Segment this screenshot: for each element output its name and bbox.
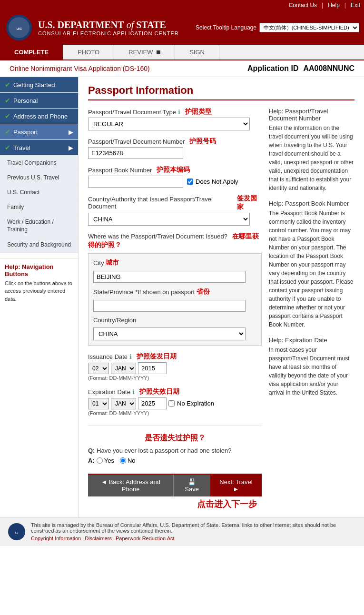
yes-radio[interactable] xyxy=(97,457,103,464)
help-title-2: Help: Passport Book Number xyxy=(269,200,354,207)
issued-where-label: Where was the Passport/Travel Document I… xyxy=(88,232,262,249)
does-not-apply-row: Does Not Apply xyxy=(187,178,238,185)
sidebar-item-passport[interactable]: ✔ Passport ▶ xyxy=(0,124,78,140)
footer-content: This site is managed by the Bureau of Co… xyxy=(31,522,357,541)
issuance-dd-select[interactable]: 02 xyxy=(88,363,109,374)
help-link[interactable]: Help xyxy=(328,2,340,9)
city-input[interactable] xyxy=(93,271,246,283)
sidebar-item-family[interactable]: Family xyxy=(0,200,78,215)
svg-text:US: US xyxy=(16,27,22,31)
passport-book-input[interactable] xyxy=(88,176,183,188)
passport-type-group: Passport/Travel Document Type ℹ 护照类型 REG… xyxy=(88,108,262,130)
sidebar-item-prev-us-travel[interactable]: Previous U.S. Travel xyxy=(0,170,78,185)
check-icon: ✔ xyxy=(5,144,10,151)
main-layout: ✔ Getting Started ✔ Personal ✔ Address a… xyxy=(0,77,364,517)
language-select[interactable]: 中文(简体）(CHINESE-SIMPLIFIED) xyxy=(259,23,359,32)
yes-option[interactable]: Yes xyxy=(97,457,114,464)
help-title-3: Help: Expiration Date xyxy=(269,337,354,344)
issuance-date-group: Issuance Date ℹ 护照签发日期 02 JAN (Format: D xyxy=(88,352,262,381)
a-label: A: xyxy=(88,457,95,464)
tooltip-language-label: Select Tooltip Language xyxy=(196,24,256,31)
does-not-apply-checkbox[interactable] xyxy=(187,179,193,185)
passport-book-label: Passport Book Number 护照本编码 xyxy=(88,166,262,174)
no-expiration-checkbox[interactable] xyxy=(168,400,175,407)
issued-country-label: Country/Authority that Issued Passport/T… xyxy=(88,194,262,211)
site-header: US U.S. DEPARTMENT of STATE CONSULAR ELE… xyxy=(0,10,364,45)
help-nav-text: Click on the buttons above to access pre… xyxy=(5,279,73,303)
issuance-date-label: Issuance Date ℹ 护照签发日期 xyxy=(88,352,262,361)
footer-text: This site is managed by the Bureau of Co… xyxy=(31,522,336,534)
sidebar: ✔ Getting Started ✔ Personal ✔ Address a… xyxy=(0,77,79,517)
help-section-1: Help: Passport/Travel Document Number En… xyxy=(269,108,354,192)
content-area: Passport Information Passport/Travel Doc… xyxy=(79,77,364,517)
help-nav-title: Help: Navigation Buttons xyxy=(5,263,73,278)
help-title-1: Help: Passport/Travel Document Number xyxy=(269,108,354,122)
passport-type-select[interactable]: REGULAR xyxy=(88,118,250,130)
save-button[interactable]: 💾 Save xyxy=(173,475,210,496)
state-dept-seal: US xyxy=(5,13,33,42)
expiration-date-group: Expiration Date ℹ 护照失效日期 01 JAN xyxy=(88,387,262,416)
tab-sign[interactable]: SIGN xyxy=(175,45,219,60)
contact-us-link[interactable]: Contact Us xyxy=(289,2,317,9)
issued-country-select[interactable]: CHINA xyxy=(88,213,250,226)
help-section-2: Help: Passport Book Number The Passport … xyxy=(269,200,354,329)
site-title: U.S. DEPARTMENT of STATE CONSULAR ELECTR… xyxy=(38,20,179,36)
exit-link[interactable]: Exit xyxy=(351,2,360,9)
tab-complete[interactable]: COMPLETE xyxy=(0,45,63,60)
state-label: State/Province *If shown on passport 省份 xyxy=(93,288,256,296)
sidebar-help-nav: Help: Navigation Buttons Click on the bu… xyxy=(0,258,78,308)
state-input[interactable] xyxy=(93,300,246,312)
sidebar-item-personal[interactable]: ✔ Personal xyxy=(0,93,78,109)
tab-review[interactable]: REVIEW xyxy=(114,45,175,60)
no-expiration-row: No Expiration xyxy=(168,400,214,407)
sidebar-item-travel[interactable]: ✔ Travel ▶ xyxy=(0,140,78,156)
footer-links: Copyright Information Disclaimers Paperw… xyxy=(31,536,357,541)
paperwork-link[interactable]: Paperwork Reduction Act xyxy=(116,536,175,541)
check-icon: ✔ xyxy=(5,81,10,89)
help-text-1: Enter the information on the travel docu… xyxy=(269,124,354,192)
no-radio[interactable] xyxy=(120,457,126,464)
check-icon: ✔ xyxy=(5,112,10,120)
expiration-date-format: (Format: DD-MMM-YYYY) xyxy=(88,410,262,416)
country-select[interactable]: CHINA xyxy=(93,327,246,340)
info-icon[interactable]: ℹ xyxy=(129,353,132,360)
arrow-icon: ▶ xyxy=(69,144,73,151)
sidebar-item-security[interactable]: Security and Background xyxy=(0,238,78,253)
page-title: Passport Information xyxy=(88,84,354,100)
qa-question: Q: Have you ever lost a passport or had … xyxy=(88,447,262,454)
next-button[interactable]: Next: Travel ► xyxy=(210,475,262,496)
tab-photo[interactable]: PHOTO xyxy=(63,45,114,60)
passport-number-label: Passport/Travel Document Number 护照号码 xyxy=(88,137,262,146)
top-bar: Contact Us | Help | Exit xyxy=(0,0,364,10)
radio-group: Yes No xyxy=(97,457,136,464)
issued-country-group: Country/Authority that Issued Passport/T… xyxy=(88,194,262,226)
expiration-mmm-select[interactable]: JAN xyxy=(111,398,136,409)
review-dot xyxy=(157,50,160,54)
language-selector-area: Select Tooltip Language 中文(简体）(CHINESE-S… xyxy=(196,23,359,32)
nav-tabs: COMPLETE PHOTO REVIEW SIGN xyxy=(0,45,364,60)
info-icon[interactable]: ℹ xyxy=(178,109,180,116)
help-text-2: The Passport Book Number is commonly cal… xyxy=(269,209,354,329)
passport-number-input[interactable] xyxy=(88,147,183,159)
expiration-yyyy-input[interactable] xyxy=(138,397,167,409)
expiration-dd-select[interactable]: 01 xyxy=(88,398,109,409)
issuance-mmm-select[interactable]: JAN xyxy=(111,363,136,374)
info-icon[interactable]: ℹ xyxy=(132,388,135,396)
sidebar-item-us-contact[interactable]: U.S. Contact xyxy=(0,185,78,200)
expiration-date-label: Expiration Date ℹ 护照失效日期 xyxy=(88,387,262,396)
passport-book-group: Passport Book Number 护照本编码 Does Not Appl… xyxy=(88,166,262,188)
help-panel: Help: Passport/Travel Document Number En… xyxy=(269,108,354,510)
application-id: Application ID AA008NNUNC xyxy=(247,64,354,73)
sidebar-item-getting-started[interactable]: ✔ Getting Started xyxy=(0,77,78,93)
check-icon: ✔ xyxy=(5,128,10,136)
disclaimers-link[interactable]: Disclaimers xyxy=(85,536,112,541)
form-title: Online Nonimmigrant Visa Application (DS… xyxy=(10,65,150,72)
copyright-link[interactable]: Copyright Information xyxy=(31,536,81,541)
sidebar-item-work-education[interactable]: Work / Education / Training xyxy=(0,215,78,238)
svg-text:C: C xyxy=(15,531,18,535)
sidebar-item-address[interactable]: ✔ Address and Phone xyxy=(0,109,78,124)
no-option[interactable]: No xyxy=(120,457,136,464)
issuance-yyyy-input[interactable] xyxy=(138,362,167,374)
back-button[interactable]: ◄ Back: Address and Phone xyxy=(88,475,173,496)
sidebar-item-travel-companions[interactable]: Travel Companions xyxy=(0,156,78,170)
